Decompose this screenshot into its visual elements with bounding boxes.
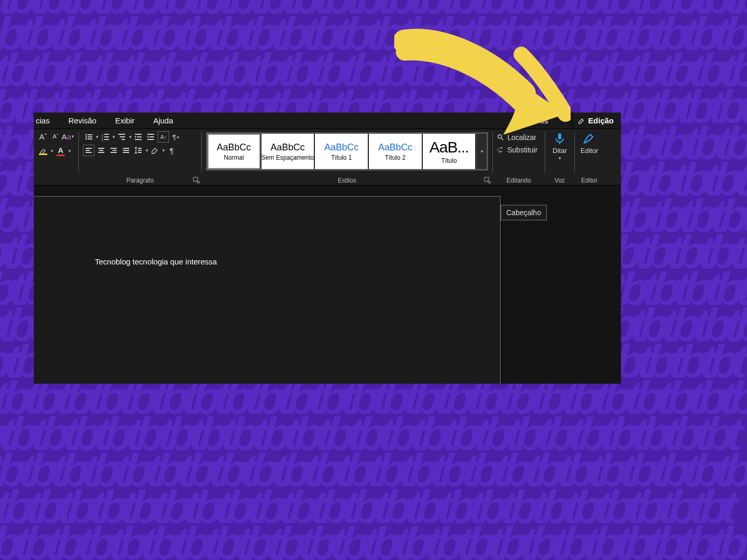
editor-group-label: Editor [575,177,604,185]
shading-dropdown[interactable]: ▾ [162,148,165,153]
multilevel-list-button[interactable] [116,131,128,143]
style-sample: AaBbCc [324,142,358,153]
svg-text:3: 3 [102,138,103,141]
paragraph-group: ▾ 123▾ ▾ A↕ ¶◂ ▾ ▾ ¶ Parágrafo [79,129,201,185]
tab-referencias[interactable]: cias [36,116,50,125]
style-titulo-1[interactable]: AaBbCc Título 1 [315,134,368,169]
line-spacing-button[interactable] [133,145,144,156]
svg-text:a: a [497,148,499,151]
shading-button[interactable] [149,145,161,156]
svg-rect-21 [86,148,92,149]
editor-pen-icon [582,131,597,146]
ribbon-tabs: cias Revisão Exibir Ajuda os Edição [34,113,621,129]
svg-rect-18 [147,134,154,135]
change-case-button[interactable]: Aa▾ [63,131,73,142]
find-label: Localizar [507,133,536,142]
dictate-label: Ditar [552,147,566,155]
svg-rect-15 [135,134,142,135]
dictate-dropdown[interactable]: ▾ [559,156,561,161]
multilevel-list-dropdown[interactable]: ▾ [129,134,132,139]
bullets-button[interactable] [83,131,94,143]
tab-comentarios-label: os [540,116,548,125]
svg-rect-34 [138,150,142,151]
highlight-color-button[interactable] [38,146,48,156]
highlight-color-dropdown[interactable]: ▾ [51,148,53,153]
svg-text:b: b [501,149,503,153]
svg-rect-9 [104,136,109,137]
svg-rect-25 [99,150,103,151]
show-paragraph-marks-button[interactable]: ¶◂ [170,131,182,143]
paragraph-group-label: Parágrafo [79,177,201,185]
style-sem-espacamento[interactable]: AaBbCc Sem Espaçamento [261,134,314,169]
editor-group: Editor Editor [575,129,604,185]
svg-rect-35 [138,152,142,153]
svg-rect-13 [120,136,125,137]
style-titulo[interactable]: AaB... Título [423,134,476,169]
styles-group: AaBbCc Normal AaBbCc Sem Espaçamento AaB… [202,129,492,185]
dictate-button[interactable]: Ditar ▾ [549,131,570,161]
svg-rect-30 [123,148,129,149]
find-button[interactable]: Localizar [497,131,541,144]
tab-exibir[interactable]: Exibir [115,116,135,125]
editor-label: Editor [580,147,598,155]
sort-button[interactable]: A↕ [158,131,169,143]
svg-point-2 [86,136,87,138]
replace-button[interactable]: a b Substituir [497,144,541,156]
document-page[interactable]: Tecnoblog tecnologia que interessa [34,196,501,384]
numbering-button[interactable]: 123 [100,131,111,143]
svg-rect-5 [88,138,92,139]
svg-rect-3 [88,136,92,137]
svg-rect-28 [113,150,117,151]
replace-label: Substituir [507,146,537,154]
svg-rect-17 [135,139,142,140]
svg-rect-19 [149,136,154,137]
tab-ajuda[interactable]: Ajuda [153,116,173,125]
font-color-button[interactable]: A [56,146,66,156]
style-titulo-2[interactable]: AaBbCc Título 2 [369,134,422,169]
pilcrow-button[interactable]: ¶ [166,145,177,156]
editing-group: Localizar a b Substituir Editando [493,129,545,185]
style-normal[interactable]: AaBbCc Normal [208,134,260,169]
decrease-indent-button[interactable] [133,131,144,143]
svg-rect-12 [118,134,125,135]
word-window: cias Revisão Exibir Ajuda os Edição Aˆ A… [34,113,621,384]
tab-edit-mode[interactable]: Edição [572,113,619,129]
bullets-dropdown[interactable]: ▾ [96,134,99,139]
align-center-button[interactable] [95,145,107,156]
line-spacing-dropdown[interactable]: ▾ [146,148,148,153]
svg-rect-1 [88,134,92,135]
tab-comentarios[interactable]: os [534,113,554,129]
style-name: Título 1 [331,154,352,161]
replace-icon: a b [497,146,504,153]
font-color-dropdown[interactable]: ▾ [68,148,71,153]
svg-rect-29 [110,152,117,153]
svg-line-39 [501,138,503,140]
voice-group-label: Voz [545,177,574,185]
svg-rect-22 [86,150,90,151]
styles-dialog-launcher[interactable] [484,177,491,184]
styles-gallery: AaBbCc Normal AaBbCc Sem Espaçamento AaB… [206,132,488,171]
header-tag[interactable]: Cabeçalho [501,205,547,220]
align-left-button[interactable] [83,145,94,156]
styles-gallery-more[interactable]: ▾ [476,134,487,169]
justify-button[interactable] [120,145,132,156]
editing-group-label: Editando [493,177,545,185]
microphone-icon [552,131,567,146]
style-name: Sem Espaçamento [261,154,314,161]
document-text[interactable]: Tecnoblog tecnologia que interessa [95,257,479,266]
editor-button[interactable]: Editor [579,131,600,155]
numbering-dropdown[interactable]: ▾ [113,134,115,139]
search-icon [497,134,504,141]
svg-rect-20 [147,139,154,140]
grow-font-button[interactable]: Aˆ [38,131,48,142]
svg-rect-31 [123,150,129,151]
svg-rect-7 [104,134,109,135]
svg-point-38 [498,135,502,138]
tab-revisao[interactable]: Revisão [68,116,96,125]
increase-indent-button[interactable] [145,131,157,143]
paragraph-dialog-launcher[interactable] [193,177,200,184]
align-right-button[interactable] [108,145,119,156]
pencil-icon [578,117,585,124]
svg-rect-42 [558,133,561,139]
shrink-font-button[interactable]: Aˇ [50,131,61,142]
